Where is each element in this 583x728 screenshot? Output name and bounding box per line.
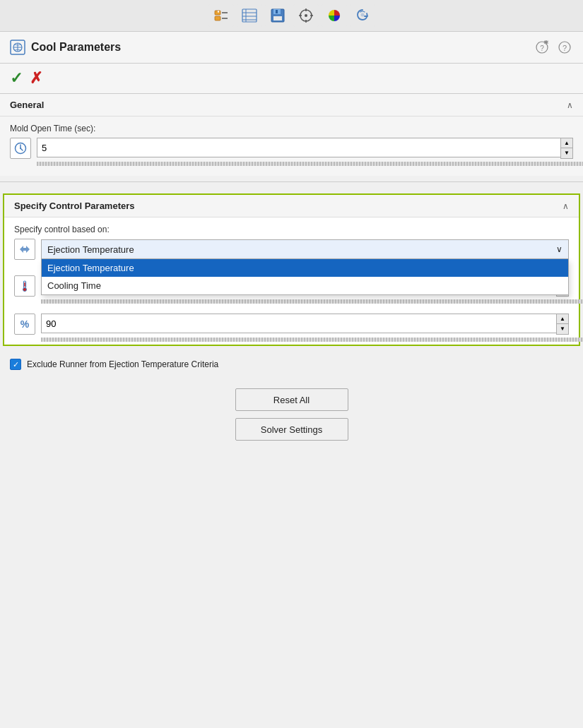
svg-text:?: ? bbox=[563, 44, 567, 52]
percent-input[interactable] bbox=[41, 314, 556, 333]
control-section-title: Specify Control Parameters bbox=[14, 201, 135, 211]
action-row: ✓ ✗ bbox=[0, 64, 583, 94]
control-collapse-icon bbox=[563, 201, 569, 211]
control-section: Specify Control Parameters Specify contr… bbox=[3, 193, 580, 346]
general-collapse-icon bbox=[567, 100, 573, 110]
percent-up[interactable]: ▲ bbox=[557, 314, 568, 324]
cool-params-icon bbox=[10, 40, 25, 55]
toolbar bbox=[0, 0, 583, 32]
svg-point-21 bbox=[360, 13, 364, 17]
confirm-button[interactable]: ✓ bbox=[10, 69, 23, 88]
toolbar-btn-properties[interactable] bbox=[208, 4, 234, 27]
panel-title: Cool Parameters bbox=[31, 41, 121, 54]
toolbar-btn-crosshair[interactable] bbox=[293, 4, 319, 27]
reset-all-button[interactable]: Reset All bbox=[235, 388, 348, 411]
toolbar-btn-save[interactable] bbox=[265, 4, 290, 27]
cancel-button[interactable]: ✗ bbox=[30, 69, 42, 88]
exclude-runner-row: ✓ Exclude Runner from Ejection Temperatu… bbox=[0, 352, 583, 377]
clock-icon bbox=[10, 138, 31, 159]
svg-rect-1 bbox=[215, 16, 220, 20]
panel-title-area: Cool Parameters bbox=[10, 40, 121, 55]
general-section-content: Mold Open Time (sec): ▲ ▼ bbox=[0, 117, 583, 176]
svg-point-34 bbox=[20, 148, 21, 149]
percent-spinner: ▲ ▼ bbox=[556, 314, 569, 335]
thermometer-icon bbox=[14, 275, 35, 297]
mold-open-time-down[interactable]: ▼ bbox=[561, 148, 572, 158]
based-on-row: Ejection Temperature ∨ Ejection Temperat… bbox=[14, 239, 569, 260]
control-section-header[interactable]: Specify Control Parameters bbox=[4, 195, 579, 217]
mold-open-time-row: ▲ ▼ bbox=[10, 138, 573, 159]
arrows-icon bbox=[14, 239, 35, 260]
toolbar-btn-refresh[interactable] bbox=[350, 4, 375, 27]
percent-row: % ▲ ▼ bbox=[14, 314, 569, 335]
mold-open-time-input[interactable] bbox=[37, 138, 560, 157]
section-divider bbox=[0, 181, 583, 182]
control-section-content: Specify control based on: Ejection Tempe… bbox=[4, 217, 579, 273]
percent-slider[interactable] bbox=[41, 338, 583, 342]
percent-down[interactable]: ▼ bbox=[557, 324, 568, 334]
main-container: Cool Parameters ? ✱ ? ✓ ✗ Gene bbox=[0, 0, 583, 728]
mold-open-time-slider[interactable] bbox=[37, 162, 583, 166]
svg-rect-13 bbox=[276, 10, 278, 13]
svg-rect-12 bbox=[273, 16, 282, 20]
panel-header: Cool Parameters ? ✱ ? bbox=[0, 32, 583, 64]
general-section-header[interactable]: General bbox=[0, 94, 583, 117]
exclude-runner-checkbox[interactable]: ✓ bbox=[10, 359, 21, 370]
percent-icon: % bbox=[14, 314, 35, 335]
exclude-runner-label: Exclude Runner from Ejection Temperature… bbox=[27, 359, 218, 369]
svg-text:✱: ✱ bbox=[543, 40, 549, 46]
svg-rect-36 bbox=[24, 282, 25, 287]
mold-open-time-up[interactable]: ▲ bbox=[561, 138, 572, 148]
toolbar-btn-color[interactable] bbox=[322, 4, 347, 27]
mold-open-time-label: Mold Open Time (sec): bbox=[10, 124, 573, 133]
percent-row-wrap: % ▲ ▼ bbox=[4, 306, 579, 345]
help-icon[interactable]: ? bbox=[556, 39, 573, 56]
dropdown-selected-value: Ejection Temperature bbox=[47, 244, 134, 255]
temperature-slider[interactable] bbox=[41, 299, 583, 304]
general-section: General Mold Open Time (sec): ▲ bbox=[0, 94, 583, 176]
dropdown-option-cooling[interactable]: Cooling Time bbox=[42, 277, 568, 294]
based-on-label: Specify control based on: bbox=[14, 225, 569, 234]
dropdown-list: Ejection Temperature Cooling Time bbox=[41, 259, 569, 295]
control-basis-dropdown-wrap: Ejection Temperature ∨ Ejection Temperat… bbox=[41, 239, 569, 259]
general-section-title: General bbox=[10, 100, 44, 110]
mold-open-time-spinner: ▲ ▼ bbox=[560, 138, 573, 159]
control-basis-dropdown[interactable]: Ejection Temperature ∨ bbox=[41, 239, 569, 259]
help-star-icon[interactable]: ? ✱ bbox=[534, 39, 550, 56]
buttons-section: Reset All Solver Settings bbox=[0, 377, 583, 452]
toolbar-btn-list[interactable] bbox=[237, 4, 262, 27]
panel-header-icons: ? ✱ ? bbox=[534, 39, 573, 56]
dropdown-chevron-icon: ∨ bbox=[556, 244, 563, 254]
svg-point-19 bbox=[305, 14, 307, 17]
solver-settings-button[interactable]: Solver Settings bbox=[235, 418, 348, 441]
dropdown-option-ejection[interactable]: Ejection Temperature bbox=[42, 259, 568, 277]
percent-input-wrap: ▲ ▼ bbox=[41, 314, 569, 335]
mold-open-time-input-wrap: ▲ ▼ bbox=[37, 138, 573, 159]
svg-point-4 bbox=[217, 11, 218, 12]
